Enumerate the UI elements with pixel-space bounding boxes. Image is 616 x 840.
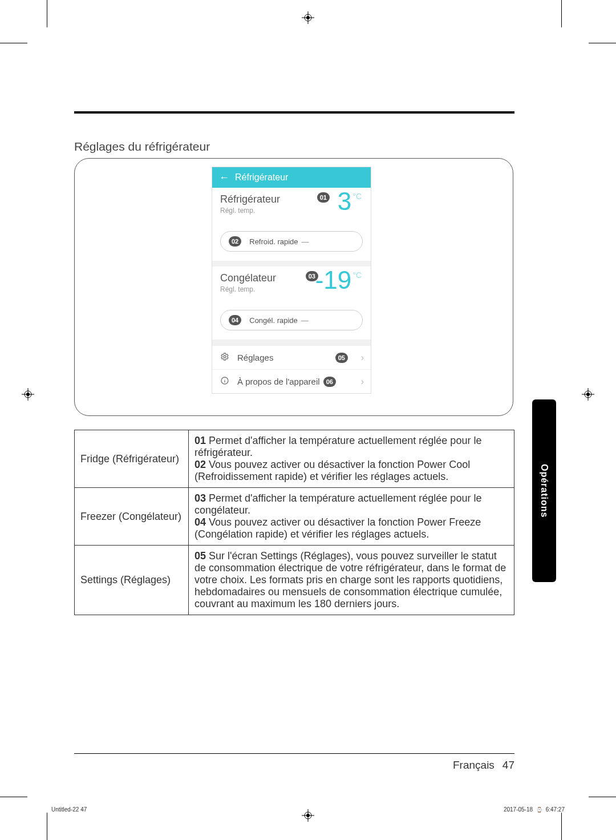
item-num: 03	[194, 492, 206, 504]
about-label: À propos de l'appareil	[237, 377, 320, 386]
info-icon	[220, 376, 232, 387]
phone-screen: ← Réfrigérateur Réfrigérateur Régl. temp…	[212, 167, 371, 394]
section-title: Réglages du réfrigérateur	[74, 140, 514, 154]
callout-badge-05: 05	[335, 353, 348, 363]
device-frame: ← Réfrigérateur Réfrigérateur Régl. temp…	[74, 158, 513, 416]
registration-mark-icon	[302, 11, 314, 24]
power-cool-state: —	[302, 237, 309, 246]
trim-mark	[561, 0, 562, 27]
freezer-card[interactable]: Congélateur Régl. temp. 03 -19 °C	[212, 266, 371, 304]
row-desc: 03 Permet d'afficher la température actu…	[189, 488, 514, 546]
item-num: 04	[194, 516, 206, 528]
trim-mark	[47, 0, 47, 27]
fridge-temp-unit: °C	[352, 192, 362, 200]
chevron-right-icon: ›	[361, 353, 364, 363]
top-rule	[74, 111, 514, 114]
callout-badge-04: 04	[229, 315, 241, 325]
footer-page-number: 47	[502, 759, 514, 772]
registration-mark-icon	[302, 809, 314, 822]
slug-date: 2017-05-18	[504, 806, 533, 813]
row-desc: 01 Permet d'afficher la température actu…	[189, 430, 514, 488]
item-text: Permet d'afficher la température actuell…	[194, 492, 481, 516]
power-cool-pill[interactable]: 02 Refroid. rapide —	[220, 231, 363, 252]
page-footer: Français 47	[74, 759, 514, 772]
fridge-quick-row: 02 Refroid. rapide —	[212, 225, 371, 261]
power-freeze-pill[interactable]: 04 Congél. rapide —	[220, 310, 363, 330]
settings-row[interactable]: Réglages 05 ›	[212, 345, 371, 369]
table-row: Freezer (Congélateur) 03 Permet d'affich…	[75, 488, 514, 546]
item-text: Vous pouvez activer ou désactiver la fon…	[194, 516, 481, 540]
app-header[interactable]: ← Réfrigérateur	[212, 167, 371, 188]
trim-mark	[589, 797, 616, 797]
trim-mark	[0, 43, 27, 43]
freezer-temp-unit: °C	[352, 271, 362, 279]
footer-language: Français	[453, 759, 495, 772]
svg-point-16	[224, 356, 226, 358]
registration-mark-icon	[22, 388, 34, 401]
clock-icon: ⌚	[536, 807, 542, 813]
settings-label: Réglages	[237, 353, 273, 362]
section-tab: Opérations	[532, 399, 556, 582]
section-tab-label: Opérations	[539, 464, 549, 518]
description-table: Fridge (Réfrigérateur) 01 Permet d'affic…	[74, 430, 514, 615]
svg-point-19	[224, 378, 225, 379]
row-label: Fridge (Réfrigérateur)	[75, 430, 189, 488]
fridge-card[interactable]: Réfrigérateur Régl. temp. 01 3 °C	[212, 188, 371, 225]
trim-mark	[589, 43, 616, 43]
row-label: Freezer (Congélateur)	[75, 488, 189, 546]
item-num: 01	[194, 435, 206, 446]
table-row: Settings (Réglages) 05 Sur l'écran Setti…	[75, 546, 514, 615]
fridge-temp: 3 °C	[338, 189, 362, 214]
item-num: 05	[194, 550, 206, 562]
registration-mark-icon	[582, 388, 594, 401]
callout-badge-06: 06	[323, 377, 336, 387]
page: Réglages du réfrigérateur ← Réfrigérateu…	[0, 0, 616, 840]
trim-mark	[561, 813, 562, 840]
slug-time: 6:47:27	[546, 806, 565, 813]
chevron-right-icon: ›	[361, 377, 364, 387]
callout-badge-01: 01	[317, 192, 330, 203]
freezer-temp-value: -19	[315, 268, 352, 293]
gear-icon	[220, 352, 232, 363]
item-num: 02	[194, 459, 206, 470]
trim-mark	[47, 813, 47, 840]
power-freeze-state: —	[301, 316, 309, 325]
item-text: Vous pouvez activer ou désactiver la fon…	[194, 459, 470, 482]
freezer-quick-row: 04 Congél. rapide —	[212, 304, 371, 340]
item-text: Permet d'afficher la température actuell…	[194, 435, 481, 458]
print-slug-left: Untitled-22 47	[51, 806, 87, 813]
about-row[interactable]: À propos de l'appareil 06 ›	[212, 369, 371, 393]
row-label: Settings (Réglages)	[75, 546, 189, 615]
trim-mark	[0, 797, 27, 797]
content-area: Réglages du réfrigérateur ← Réfrigérateu…	[74, 111, 514, 615]
print-slug-right: 2017-05-18 ⌚ 6:47:27	[504, 806, 565, 813]
item-text: Sur l'écran Settings (Réglages), vous po…	[194, 550, 506, 609]
power-freeze-label: Congél. rapide	[249, 316, 298, 325]
callout-badge-02: 02	[229, 236, 241, 247]
freezer-temp: -19 °C	[315, 268, 362, 293]
table-row: Fridge (Réfrigérateur) 01 Permet d'affic…	[75, 430, 514, 488]
row-desc: 05 Sur l'écran Settings (Réglages), vous…	[189, 546, 514, 615]
separator	[212, 340, 371, 345]
power-cool-label: Refroid. rapide	[249, 237, 298, 246]
app-header-title: Réfrigérateur	[235, 172, 288, 183]
fridge-temp-value: 3	[338, 189, 351, 214]
back-arrow-icon[interactable]: ←	[219, 172, 229, 183]
footer-rule	[74, 753, 514, 754]
